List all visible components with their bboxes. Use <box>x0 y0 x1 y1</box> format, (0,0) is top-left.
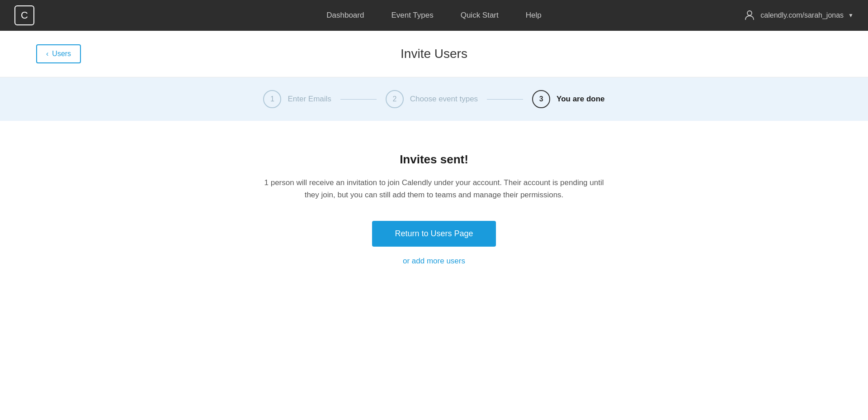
nav-user-menu[interactable]: calendly.com/sarah_jonas ▼ <box>743 9 854 22</box>
step-2: 2 Choose event types <box>386 90 478 108</box>
nav-links: Dashboard Event Types Quick Start Help <box>326 11 541 20</box>
nav-chevron-icon: ▼ <box>848 12 854 19</box>
step-2-circle: 2 <box>386 90 404 108</box>
step-divider-1 <box>340 99 377 100</box>
nav-dashboard[interactable]: Dashboard <box>326 11 364 20</box>
step-divider-2 <box>487 99 523 100</box>
logo[interactable]: C <box>14 5 34 25</box>
back-button-label: Users <box>52 50 71 58</box>
nav-help[interactable]: Help <box>526 11 542 20</box>
top-nav: C Dashboard Event Types Quick Start Help… <box>0 0 868 31</box>
invites-sent-title: Invites sent! <box>400 153 468 167</box>
logo-char: C <box>21 10 28 21</box>
user-url: calendly.com/sarah_jonas <box>760 11 844 19</box>
main-content: Invites sent! 1 person will receive an i… <box>0 121 868 293</box>
step-2-label: Choose event types <box>410 95 478 104</box>
step-1: 1 Enter Emails <box>263 90 331 108</box>
user-icon <box>743 9 756 22</box>
back-arrow-icon: ‹ <box>46 50 48 58</box>
step-1-number: 1 <box>270 95 274 103</box>
step-3-circle: 3 <box>532 90 550 108</box>
add-more-users-link[interactable]: or add more users <box>403 257 465 266</box>
step-1-circle: 1 <box>263 90 281 108</box>
page-title: Invite Users <box>401 47 467 61</box>
invites-sent-description: 1 person will receive an invitation to j… <box>258 177 610 201</box>
nav-quick-start[interactable]: Quick Start <box>461 11 499 20</box>
return-to-users-button[interactable]: Return to Users Page <box>372 221 495 247</box>
steps-bar: 1 Enter Emails 2 Choose event types 3 Yo… <box>0 77 868 121</box>
step-2-number: 2 <box>392 95 396 103</box>
nav-event-types[interactable]: Event Types <box>391 11 433 20</box>
back-to-users-button[interactable]: ‹ Users <box>36 44 81 63</box>
step-3: 3 You are done <box>532 90 604 108</box>
step-1-label: Enter Emails <box>288 95 331 104</box>
step-3-label: You are done <box>557 95 604 104</box>
page-header: ‹ Users Invite Users <box>0 31 868 77</box>
step-3-number: 3 <box>539 95 543 103</box>
svg-point-0 <box>747 11 752 15</box>
